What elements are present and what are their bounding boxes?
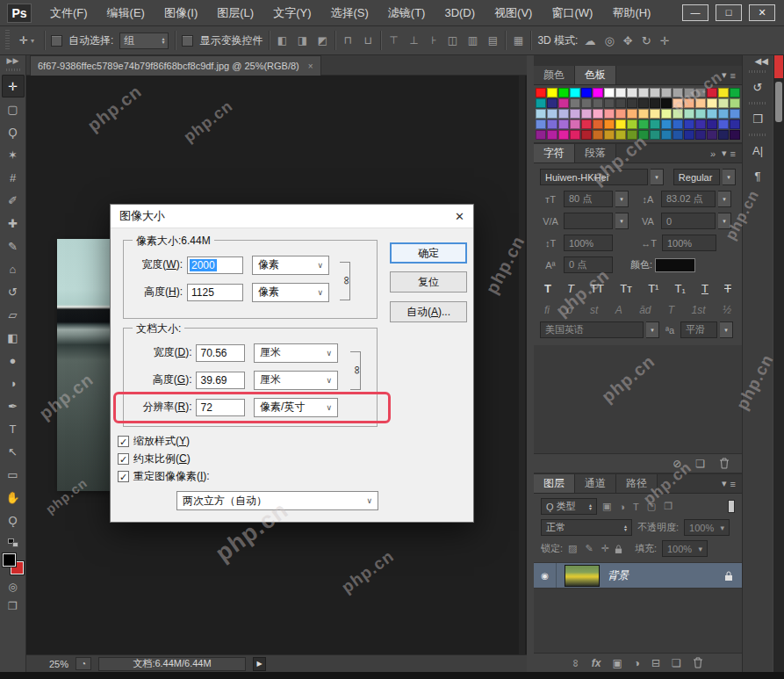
- tab-paragraph[interactable]: 段落: [575, 144, 616, 163]
- screen-mode-icon[interactable]: ❐: [8, 596, 18, 616]
- filter-toggle[interactable]: [728, 500, 735, 513]
- value-input[interactable]: 70.56: [196, 344, 245, 362]
- adjustment-layer-icon[interactable]: ◑: [634, 657, 640, 669]
- marquee-tool[interactable]: ▢: [2, 98, 25, 120]
- chevron-down-icon[interactable]: ▾: [615, 191, 629, 207]
- show-transform-checkbox[interactable]: [182, 35, 193, 47]
- lock-move-icon[interactable]: ✛: [601, 543, 609, 554]
- layer-thumbnail[interactable]: [565, 565, 600, 587]
- lock-paint-icon[interactable]: ✎: [585, 543, 593, 554]
- color-swatch[interactable]: [638, 119, 649, 129]
- color-swatch[interactable]: [673, 130, 683, 140]
- dialog-title-bar[interactable]: 图像大小 ✕: [111, 205, 473, 228]
- align-icon[interactable]: ◩: [316, 34, 328, 47]
- dock-grip[interactable]: [749, 102, 766, 105]
- dock-collapse-icon[interactable]: ◀◀: [743, 55, 773, 68]
- color-swatch[interactable]: [730, 130, 740, 140]
- color-swatch[interactable]: [650, 98, 660, 108]
- path-select-tool[interactable]: ↖: [2, 440, 25, 463]
- color-swatch[interactable]: [684, 109, 694, 119]
- value-input[interactable]: 1125: [187, 284, 243, 301]
- color-swatch[interactable]: [673, 119, 683, 129]
- color-swatch[interactable]: [661, 88, 672, 98]
- menu-item[interactable]: 图像(I): [155, 0, 207, 25]
- color-swatch[interactable]: [695, 98, 706, 108]
- color-swatch[interactable]: [718, 88, 729, 98]
- color-swatch[interactable]: [615, 109, 626, 119]
- chevron-down-icon[interactable]: ▾: [723, 169, 736, 185]
- color-swatch[interactable]: [570, 109, 580, 119]
- chevron-down-icon[interactable]: ▾: [615, 213, 629, 229]
- toolbar-grip[interactable]: [6, 69, 20, 71]
- color-swatch[interactable]: [661, 98, 672, 108]
- tab-paths[interactable]: 路径: [616, 474, 658, 493]
- checkbox-checked[interactable]: ✓: [118, 453, 129, 465]
- layer-group-icon[interactable]: ⊟: [651, 657, 660, 669]
- text-color-swatch[interactable]: [655, 258, 695, 272]
- current-tool-chip[interactable]: ✛ ▾: [16, 34, 38, 47]
- color-swatch[interactable]: [707, 109, 717, 119]
- align-icon[interactable]: ⊤: [387, 34, 399, 47]
- color-swatch[interactable]: [661, 109, 672, 119]
- color-swatch[interactable]: [627, 130, 637, 140]
- status-expand-icon[interactable]: ▶: [253, 657, 266, 671]
- ligature-button[interactable]: ơ: [566, 304, 572, 316]
- filter-adjustment-icon[interactable]: ◑: [619, 502, 625, 512]
- anti-alias-field[interactable]: 平滑: [680, 321, 717, 338]
- color-chips[interactable]: [2, 553, 25, 575]
- color-swatch[interactable]: [638, 88, 649, 98]
- align-icon[interactable]: ⊥: [407, 34, 420, 47]
- spinner-icon[interactable]: ▾: [720, 321, 733, 338]
- align-icon[interactable]: ◨: [296, 34, 308, 47]
- panel-menu-icon[interactable]: ▾≡: [722, 144, 742, 163]
- color-swatch[interactable]: [707, 98, 717, 108]
- 3d-mode-icon[interactable]: ✥: [623, 34, 633, 47]
- color-swatch[interactable]: [627, 109, 637, 119]
- filter-shape-icon[interactable]: ▢: [647, 501, 656, 512]
- leading-field[interactable]: 83.02 点: [661, 191, 716, 207]
- new-item-icon[interactable]: ❏: [695, 458, 705, 470]
- color-swatch[interactable]: [718, 119, 729, 129]
- menu-item[interactable]: 帮助(H): [602, 0, 660, 25]
- color-swatch[interactable]: [536, 130, 546, 140]
- minimize-button[interactable]: —: [682, 4, 708, 21]
- color-swatch[interactable]: [638, 98, 649, 108]
- scrollbar-thumb[interactable]: [775, 82, 782, 122]
- toolbar-collapse-icon[interactable]: ▶▶: [0, 55, 25, 67]
- type-style-button[interactable]: TT: [590, 282, 604, 295]
- resample-method-dropdown[interactable]: 两次立方（自动） ∨: [176, 491, 378, 510]
- unit-dropdown[interactable]: 像素∨: [252, 256, 329, 275]
- type-style-button[interactable]: T: [724, 282, 731, 295]
- ligature-button[interactable]: A: [615, 304, 622, 316]
- ligature-button[interactable]: ½: [723, 304, 731, 316]
- color-swatch[interactable]: [570, 130, 580, 140]
- panel-menu-icon[interactable]: ▾≡: [722, 66, 742, 84]
- color-swatch[interactable]: [627, 88, 637, 98]
- menu-item[interactable]: 选择(S): [320, 0, 378, 25]
- auto-button[interactable]: 自动(A)...: [390, 301, 467, 322]
- type-style-button[interactable]: Tᴛ: [620, 282, 632, 295]
- menu-item[interactable]: 文件(F): [40, 0, 97, 25]
- kerning-field[interactable]: [564, 213, 613, 229]
- fill-dropdown[interactable]: 100% ▾: [662, 540, 708, 557]
- menu-item[interactable]: 滤镜(T): [378, 0, 435, 25]
- value-input[interactable]: 2000: [187, 256, 243, 274]
- color-swatch[interactable]: [581, 130, 592, 140]
- auto-select-checkbox[interactable]: [51, 35, 62, 47]
- filter-smart-icon[interactable]: ❐: [664, 501, 673, 512]
- dock-grip[interactable]: [749, 70, 766, 73]
- baseline-shift-field[interactable]: 0 点: [564, 256, 613, 273]
- color-swatch[interactable]: [627, 98, 637, 108]
- align-icon[interactable]: ⊔: [362, 34, 374, 47]
- canvas-scrollbar[interactable]: [519, 76, 525, 654]
- delete-layer-icon[interactable]: [693, 657, 703, 668]
- visibility-cell[interactable]: ◉: [534, 563, 557, 588]
- color-swatch[interactable]: [684, 130, 694, 140]
- type-style-button[interactable]: T: [701, 282, 708, 295]
- color-swatch[interactable]: [707, 119, 717, 129]
- opacity-dropdown[interactable]: 100% ▾: [684, 519, 730, 536]
- options-grip[interactable]: [5, 30, 10, 51]
- color-swatch[interactable]: [593, 119, 603, 129]
- new-layer-icon[interactable]: ❏: [672, 657, 681, 669]
- color-swatch[interactable]: [661, 119, 672, 129]
